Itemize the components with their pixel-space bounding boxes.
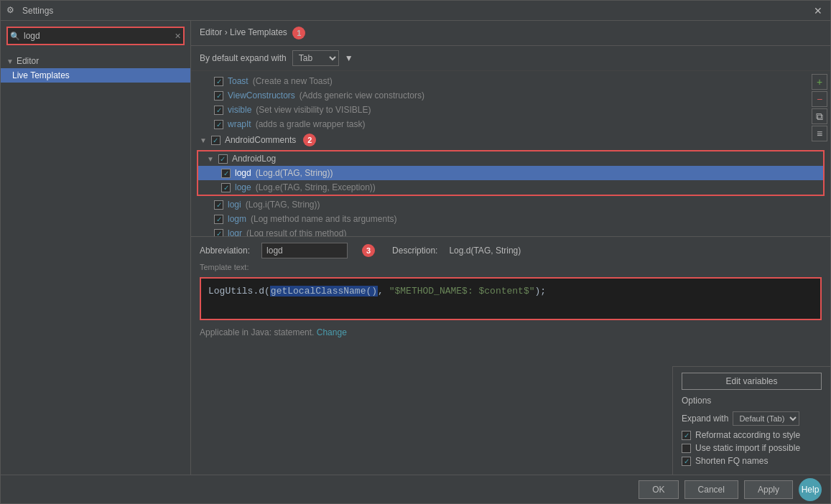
settings-icon: ⚙	[6, 5, 18, 17]
chevron-down-icon: ▼	[6, 57, 14, 65]
reformat-label: Reformat according to style	[695, 430, 800, 440]
clear-search-icon[interactable]: ✕	[175, 32, 181, 41]
logi-checkbox[interactable]	[214, 200, 223, 210]
remove-template-button[interactable]: −	[812, 91, 827, 107]
templates-area: + − ⧉ ≡ Toast (Create a new Toast)	[191, 71, 830, 475]
cancel-button[interactable]: Cancel	[684, 480, 738, 499]
toast-name: Toast	[228, 76, 249, 86]
static-import-row: Use static import if possible	[682, 443, 822, 453]
abbreviation-input[interactable]	[261, 243, 348, 258]
other-log-items: logi (Log.i(TAG, String)) logm (Log meth…	[191, 197, 830, 236]
template-item-viewconstructors[interactable]: ViewConstructors (Adds generic view cons…	[191, 88, 830, 103]
viewconstructors-desc: (Adds generic view constructors)	[300, 90, 424, 101]
loge-desc: (Log.e(TAG, String, Exception))	[256, 182, 376, 192]
move-template-button[interactable]: ≡	[812, 126, 827, 141]
expand-with-select[interactable]: Default (Tab) Tab Enter	[733, 411, 799, 426]
expand-with-label: Expand with	[682, 414, 728, 424]
add-template-button[interactable]: +	[812, 74, 827, 90]
sidebar-item-live-templates[interactable]: Live Templates	[1, 68, 190, 83]
apply-button[interactable]: Apply	[744, 480, 793, 499]
ok-button[interactable]: OK	[639, 480, 678, 499]
abbreviation-label: Abbreviation:	[200, 246, 250, 256]
template-item-logi[interactable]: logi (Log.i(TAG, String))	[191, 197, 830, 212]
visible-name: visible	[228, 105, 251, 115]
template-text-label: Template text:	[200, 263, 822, 271]
shorten-label: Shorten FQ names	[695, 456, 768, 466]
logd-name: logd	[235, 168, 251, 178]
android-comments-checkbox[interactable]	[211, 136, 220, 145]
logi-desc: (Log.i(TAG, String))	[246, 200, 320, 210]
viewconstructors-checkbox[interactable]	[214, 91, 223, 101]
visible-checkbox[interactable]	[214, 106, 223, 115]
template-item-loge[interactable]: loge (Log.e(TAG, String, Exception))	[198, 180, 823, 195]
settings-window: ⚙ Settings ✕ 🔍 ✕ ▼ Editor Live Templates	[0, 0, 831, 504]
reformat-checkbox[interactable]	[682, 431, 691, 440]
visible-desc: (Set view visibility to VISIBLE)	[256, 105, 371, 115]
search-input[interactable]	[6, 27, 185, 45]
android-log-name: AndroidLog	[232, 154, 276, 164]
applicable-row: Applicable in Java: statement. Change	[200, 325, 822, 340]
expand-label: By default expand with	[200, 53, 287, 63]
logm-checkbox[interactable]	[214, 215, 223, 224]
comments-chevron-icon: ▼	[200, 136, 207, 144]
template-item-logr[interactable]: logr (Log result of this method)	[191, 226, 830, 236]
annotation-1: 1	[292, 27, 305, 39]
static-import-checkbox[interactable]	[682, 444, 691, 453]
sidebar-item-editor[interactable]: ▼ Editor	[1, 54, 190, 68]
code-part1: LogUtils.d(	[208, 286, 270, 297]
bottom-bar: OK Cancel Apply Help	[1, 475, 830, 503]
abbreviation-row: Abbreviation: 3 Description: Log.d(TAG, …	[200, 243, 822, 258]
reformat-row: Reformat according to style	[682, 430, 822, 440]
static-import-label: Use static import if possible	[695, 443, 800, 453]
code-highlight: getLocalClassName()	[270, 286, 378, 297]
toast-checkbox[interactable]	[214, 77, 223, 86]
android-comments-header[interactable]: ▼ AndroidComments 2	[191, 131, 830, 149]
sidebar: 🔍 ✕ ▼ Editor Live Templates	[1, 21, 191, 475]
template-item-wrapit[interactable]: wrapIt (adds a gradle wrapper task)	[191, 117, 830, 131]
options-panel: Edit variables Options Expand with Defau…	[672, 366, 830, 475]
template-text-box[interactable]: LogUtils.d(getLocalClassName(), "$METHOD…	[200, 277, 822, 320]
viewconstructors-name: ViewConstructors	[228, 90, 295, 101]
android-comments-group: ▼ AndroidComments 2	[191, 131, 830, 149]
logd-checkbox[interactable]	[221, 169, 231, 178]
wrapit-checkbox[interactable]	[214, 120, 223, 129]
android-comments-name: AndroidComments	[225, 135, 296, 145]
search-box: 🔍 ✕	[6, 27, 185, 45]
android-log-checkbox[interactable]	[218, 154, 228, 164]
ungrouped-group: Toast (Create a new Toast) ViewConstruct…	[191, 74, 830, 131]
android-log-header[interactable]: ▼ AndroidLog	[198, 151, 823, 166]
main-content: 🔍 ✕ ▼ Editor Live Templates Editor › Li	[1, 21, 830, 475]
template-item-toast[interactable]: Toast (Create a new Toast)	[191, 74, 830, 88]
wrapit-desc: (adds a gradle wrapper task)	[256, 119, 366, 129]
code-part2: , "$METHOD_NAME$: $content$");	[378, 286, 546, 297]
template-item-logm[interactable]: logm (Log method name and its arguments)	[191, 212, 830, 226]
sidebar-item-label: Editor	[17, 56, 39, 66]
expand-with-row: Expand with Default (Tab) Tab Enter	[682, 411, 822, 426]
sidebar-tree: ▼ Editor Live Templates	[1, 51, 190, 475]
shorten-row: Shorten FQ names	[682, 456, 822, 466]
loge-name: loge	[235, 182, 251, 192]
template-item-logd[interactable]: logd (Log.d(TAG, String))	[198, 166, 823, 180]
applicable-change-link[interactable]: Change	[317, 327, 347, 337]
annotation-3: 3	[362, 244, 375, 257]
logd-desc: (Log.d(TAG, String))	[256, 168, 333, 178]
help-button[interactable]: Help	[799, 478, 822, 501]
search-icon: 🔍	[10, 32, 20, 41]
window-title: Settings	[22, 6, 812, 16]
edit-variables-button[interactable]: Edit variables	[682, 373, 822, 390]
toast-desc: (Create a new Toast)	[253, 76, 333, 86]
annotation-2: 2	[303, 134, 316, 146]
logm-name: logm	[228, 214, 246, 224]
template-item-visible[interactable]: visible (Set view visibility to VISIBLE)	[191, 103, 830, 117]
sidebar-item-label: Live Templates	[12, 70, 70, 80]
log-chevron-icon: ▼	[207, 155, 214, 163]
logr-checkbox[interactable]	[214, 229, 223, 237]
android-log-group-highlight: ▼ AndroidLog logd (Log.d(TAG, String))	[197, 150, 825, 196]
title-bar: ⚙ Settings ✕	[1, 1, 830, 21]
copy-template-button[interactable]: ⧉	[812, 108, 827, 124]
loge-checkbox[interactable]	[221, 183, 231, 192]
shorten-checkbox[interactable]	[682, 457, 691, 466]
expand-select[interactable]: Tab Enter Space	[292, 50, 339, 66]
logr-name: logr	[228, 228, 242, 236]
close-button[interactable]: ✕	[812, 4, 825, 17]
